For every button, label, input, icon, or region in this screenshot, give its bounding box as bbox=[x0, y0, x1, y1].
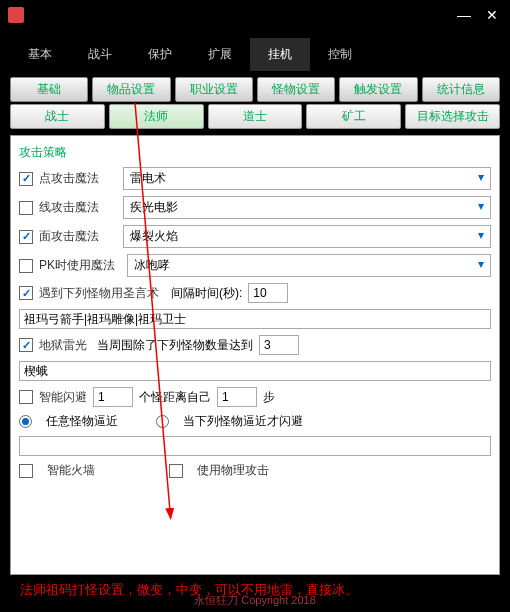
sub-tab-4[interactable]: 触发设置 bbox=[339, 77, 417, 102]
section-title: 攻击策略 bbox=[19, 144, 491, 161]
dodge-label: 智能闪避 bbox=[39, 389, 87, 406]
main-tab-5[interactable]: 控制 bbox=[310, 38, 370, 71]
pk-magic-label: PK时使用魔法 bbox=[39, 257, 115, 274]
main-tab-3[interactable]: 扩展 bbox=[190, 38, 250, 71]
dodge-suffix-label: 步 bbox=[263, 389, 275, 406]
interval-label: 间隔时间(秒): bbox=[171, 285, 242, 302]
diyu-checkbox[interactable] bbox=[19, 338, 33, 352]
line-attack-select[interactable]: 疾光电影 bbox=[123, 196, 491, 219]
pk-magic-checkbox[interactable] bbox=[19, 259, 33, 273]
app-icon bbox=[8, 7, 24, 23]
pk-magic-select[interactable]: 冰咆哮 bbox=[127, 254, 491, 277]
dodge-dist-input[interactable] bbox=[217, 387, 257, 407]
diyu-label: 地狱雷光 bbox=[39, 337, 87, 354]
sub-tab-2[interactable]: 职业设置 bbox=[175, 77, 253, 102]
diyu-cond-label: 当周围除了下列怪物数量达到 bbox=[97, 337, 253, 354]
sub-tab-1[interactable]: 物品设置 bbox=[92, 77, 170, 102]
radio-any-monster[interactable] bbox=[19, 415, 32, 428]
physical-checkbox[interactable] bbox=[169, 464, 183, 478]
minimize-button[interactable]: — bbox=[450, 4, 478, 26]
class-tabs: 战士法师道士矿工目标选择攻击 bbox=[10, 104, 500, 129]
main-tabs: 基本战斗保护扩展挂机控制 bbox=[0, 30, 510, 71]
radio-listed-label: 当下列怪物逼近才闪避 bbox=[183, 413, 303, 430]
close-button[interactable]: ✕ bbox=[478, 4, 506, 26]
radio-any-label: 任意怪物逼近 bbox=[46, 413, 118, 430]
monster-list-2[interactable] bbox=[19, 361, 491, 381]
line-attack-checkbox[interactable] bbox=[19, 201, 33, 215]
diyu-count-input[interactable] bbox=[259, 335, 299, 355]
monster-list-3[interactable] bbox=[19, 436, 491, 456]
sub-tab-0[interactable]: 基础 bbox=[10, 77, 88, 102]
monster-list-1[interactable] bbox=[19, 309, 491, 329]
class-tab-3[interactable]: 矿工 bbox=[306, 104, 401, 129]
shengyanshu-label: 遇到下列怪物用圣言术 bbox=[39, 285, 159, 302]
class-tab-2[interactable]: 道士 bbox=[208, 104, 303, 129]
class-tab-0[interactable]: 战士 bbox=[10, 104, 105, 129]
sub-tab-3[interactable]: 怪物设置 bbox=[257, 77, 335, 102]
line-attack-label: 线攻击魔法 bbox=[39, 199, 99, 216]
physical-label: 使用物理攻击 bbox=[197, 462, 269, 479]
shengyanshu-checkbox[interactable] bbox=[19, 286, 33, 300]
point-attack-checkbox[interactable] bbox=[19, 172, 33, 186]
area-attack-label: 面攻击魔法 bbox=[39, 228, 99, 245]
radio-listed-monster[interactable] bbox=[156, 415, 169, 428]
settings-panel: 攻击策略 点攻击魔法 雷电术 线攻击魔法 疾光电影 面攻击魔法 爆裂火焰 PK时… bbox=[10, 135, 500, 575]
sub-tabs: 基础物品设置职业设置怪物设置触发设置统计信息 bbox=[10, 77, 500, 102]
main-tab-4[interactable]: 挂机 bbox=[250, 38, 310, 71]
interval-input[interactable] bbox=[248, 283, 288, 303]
point-attack-label: 点攻击魔法 bbox=[39, 170, 99, 187]
titlebar: — ✕ bbox=[0, 0, 510, 30]
copyright-footer: 永恒狂刀 Copyright 2018 bbox=[0, 593, 510, 608]
sub-tab-5[interactable]: 统计信息 bbox=[422, 77, 500, 102]
dodge-num-input[interactable] bbox=[93, 387, 133, 407]
dodge-mid-label: 个怪距离自己 bbox=[139, 389, 211, 406]
main-tab-0[interactable]: 基本 bbox=[10, 38, 70, 71]
firewall-checkbox[interactable] bbox=[19, 464, 33, 478]
main-tab-2[interactable]: 保护 bbox=[130, 38, 190, 71]
area-attack-checkbox[interactable] bbox=[19, 230, 33, 244]
class-tab-1[interactable]: 法师 bbox=[109, 104, 204, 129]
point-attack-select[interactable]: 雷电术 bbox=[123, 167, 491, 190]
firewall-label: 智能火墙 bbox=[47, 462, 95, 479]
area-attack-select[interactable]: 爆裂火焰 bbox=[123, 225, 491, 248]
dodge-checkbox[interactable] bbox=[19, 390, 33, 404]
class-tab-4[interactable]: 目标选择攻击 bbox=[405, 104, 500, 129]
main-tab-1[interactable]: 战斗 bbox=[70, 38, 130, 71]
